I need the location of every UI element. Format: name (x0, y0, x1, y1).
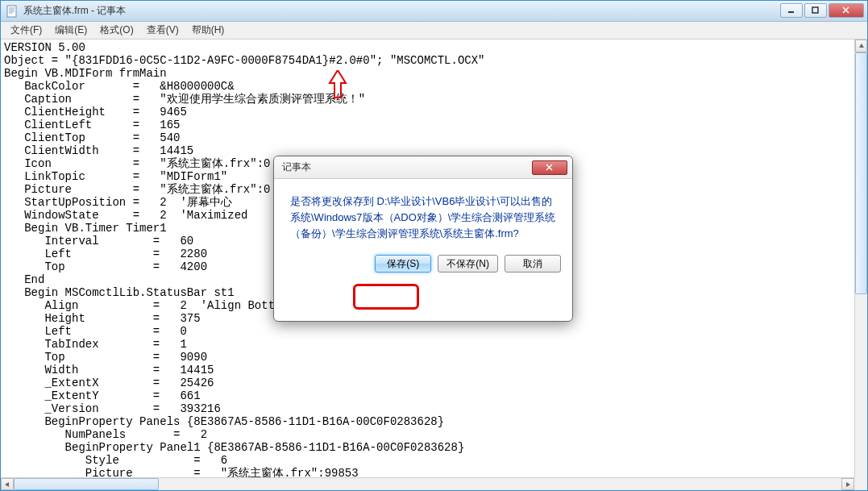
cancel-button[interactable]: 取消 (505, 255, 561, 273)
svg-marker-10 (5, 482, 9, 487)
title-bar: 系统主窗体.frm - 记事本 (1, 1, 867, 22)
dialog-title-bar: 记事本 (274, 156, 572, 179)
dialog-title: 记事本 (282, 160, 311, 174)
save-dialog: 记事本 是否将更改保存到 D:\毕业设计\VB6毕业设计\可以出售的系统\Win… (273, 156, 573, 322)
scroll-right-button[interactable] (841, 478, 854, 490)
save-button[interactable]: 保存(S) (375, 255, 431, 273)
dont-save-button[interactable]: 不保存(N) (438, 255, 498, 273)
notepad-icon (6, 5, 19, 18)
horizontal-scrollbar[interactable] (1, 477, 854, 490)
menu-edit[interactable]: 编辑(E) (48, 21, 93, 40)
menu-file[interactable]: 文件(F) (4, 21, 48, 40)
dialog-close-button[interactable] (532, 160, 567, 175)
svg-rect-6 (812, 7, 818, 13)
scroll-thumb-v[interactable] (855, 52, 867, 294)
menu-help[interactable]: 帮助(H) (185, 21, 231, 40)
svg-marker-11 (846, 482, 850, 487)
vertical-scrollbar[interactable] (854, 40, 867, 477)
minimize-button[interactable] (780, 3, 803, 18)
maximize-button[interactable] (804, 3, 827, 18)
scroll-left-button[interactable] (1, 478, 14, 490)
menu-view[interactable]: 查看(V) (140, 21, 185, 40)
svg-marker-9 (859, 44, 864, 48)
dialog-message: 是否将更改保存到 D:\毕业设计\VB6毕业设计\可以出售的系统\Windows… (290, 193, 556, 242)
main-window: 系统主窗体.frm - 记事本 文件(F) 编辑(E) 格式(O) 查看(V) … (0, 0, 868, 491)
close-button[interactable] (829, 3, 864, 18)
menu-bar: 文件(F) 编辑(E) 格式(O) 查看(V) 帮助(H) (1, 22, 867, 40)
scroll-corner (854, 477, 867, 490)
menu-format[interactable]: 格式(O) (93, 21, 139, 40)
scroll-thumb-h[interactable] (14, 478, 159, 490)
scroll-up-button[interactable] (855, 40, 867, 52)
window-title: 系统主窗体.frm - 记事本 (23, 4, 126, 18)
